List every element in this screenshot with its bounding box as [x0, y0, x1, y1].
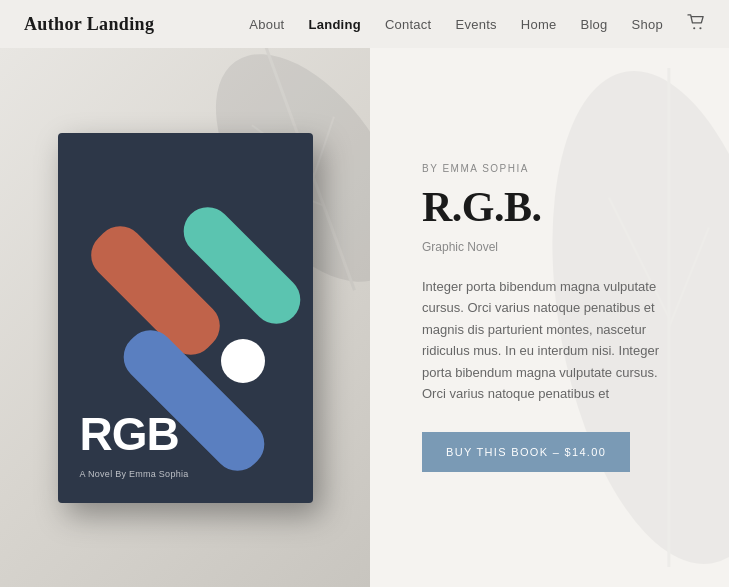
author-label: BY EMMA SOPHIA: [422, 163, 677, 174]
nav-links: About Landing Contact Events Home Blog S…: [249, 14, 705, 34]
book-description: Integer porta bibendum magna vulputate c…: [422, 276, 677, 405]
svg-point-1: [699, 27, 701, 29]
site-logo[interactable]: Author Landing: [24, 14, 154, 35]
navigation: Author Landing About Landing Contact Eve…: [0, 0, 729, 48]
book-cover-panel: RGB A Novel By Emma Sophia: [0, 48, 370, 587]
cover-subtitle-text: A Novel By Emma Sophia: [80, 469, 189, 479]
nav-item-blog[interactable]: Blog: [581, 15, 608, 33]
svg-point-0: [693, 27, 695, 29]
nav-item-contact[interactable]: Contact: [385, 15, 432, 33]
book-info: BY EMMA SOPHIA R.G.B. Graphic Novel Inte…: [422, 163, 677, 473]
nav-item-landing[interactable]: Landing: [309, 15, 361, 33]
nav-item-home[interactable]: Home: [521, 15, 557, 33]
main-container: RGB A Novel By Emma Sophia BY EMMA SOPHI…: [0, 48, 729, 587]
nav-item-about[interactable]: About: [249, 15, 284, 33]
book-title: R.G.B.: [422, 184, 677, 230]
cover-title-text: RGB: [80, 411, 179, 457]
cover-circle: [221, 339, 265, 383]
book-info-panel: BY EMMA SOPHIA R.G.B. Graphic Novel Inte…: [370, 48, 729, 587]
cart-icon[interactable]: [687, 14, 705, 34]
nav-item-events[interactable]: Events: [456, 15, 497, 33]
nav-item-shop[interactable]: Shop: [632, 15, 663, 33]
book-cover: RGB A Novel By Emma Sophia: [58, 133, 313, 503]
book-genre: Graphic Novel: [422, 240, 677, 254]
buy-button[interactable]: BUY THIS BOOK – $14.00: [422, 432, 630, 472]
